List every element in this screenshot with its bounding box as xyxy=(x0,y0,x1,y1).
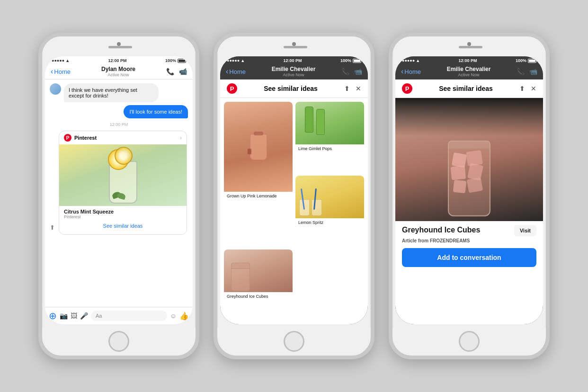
contact-name-2: Emilie Chevalier xyxy=(246,66,341,72)
back-label-1: Home xyxy=(54,68,71,75)
pin-label-3: Lemon Spritz xyxy=(295,218,364,227)
pin-item-1[interactable]: Grown Up Pink Lemonade xyxy=(224,102,293,247)
nav-bar-3: ‹ Home Emilie Chevalier Active Now 📞 📹 xyxy=(395,64,543,80)
phone-call-icon[interactable]: 📞 xyxy=(166,68,174,75)
pin-item-3[interactable]: Lemon Spritz xyxy=(295,176,364,247)
card-share-icon[interactable]: ⬆ xyxy=(50,224,55,231)
time-display-2: 12:00 PM xyxy=(284,58,302,63)
video-call-icon-2[interactable]: 📹 xyxy=(354,68,362,75)
emoji-icon[interactable]: ☺ xyxy=(170,312,177,320)
status-bar-1: ●●●●● ▲ 12:00 PM 100% xyxy=(45,56,193,64)
nav-bar-1: ‹ Home Dylan Moore Active Now 📞 📹 xyxy=(45,64,193,80)
nav-center-2: Emilie Chevalier Active Now xyxy=(246,66,341,77)
sent-msg-wrapper: I'll look for some ideas! xyxy=(50,105,188,118)
pins-grid-2: Grown Up Pink Lemonade Lime Gimlet Pops xyxy=(220,98,368,324)
signal-dot: ●●●●● xyxy=(52,58,64,63)
signal-dots-3: ●●●●● xyxy=(402,58,415,63)
chat-area-1: I think we have everything set except fo… xyxy=(45,80,193,307)
card-header-1: P Pinterest xyxy=(59,131,187,144)
plus-icon[interactable]: ⊕ xyxy=(49,310,57,321)
nav-bar-2: ‹ Home Emilie Chevalier Active Now 📞 📹 xyxy=(220,64,368,80)
back-button-2[interactable]: ‹ Home xyxy=(226,67,246,76)
battery-percent: 100% xyxy=(165,58,176,63)
speaker-bar-2 xyxy=(284,46,307,48)
pin-label-4: Greyhound Ice Cubes xyxy=(224,292,293,301)
camera-dot-3 xyxy=(467,42,471,46)
time-display: 12:00 PM xyxy=(108,58,127,63)
add-to-conversation-button[interactable]: Add to conversation xyxy=(402,248,536,267)
pin-item-4[interactable]: Greyhound Ice Cubes xyxy=(224,249,293,321)
pinterest-card-1[interactable]: P Pinterest xyxy=(59,131,187,235)
share-icon-2[interactable]: ⬆ xyxy=(344,85,350,92)
camera-dot-2 xyxy=(292,42,296,46)
see-similar-button[interactable]: See similar ideas xyxy=(64,221,182,231)
battery-icon-2 xyxy=(353,59,361,63)
card-footer-1: Citrus Mint Squeeze Pinterest See simila… xyxy=(59,206,187,234)
panel-title-3: See similar ideas xyxy=(416,85,516,92)
source-prefix-3: Article from xyxy=(402,238,428,243)
received-msg: I think we have everything set except fo… xyxy=(50,83,188,102)
received-bubble: I think we have everything set except fo… xyxy=(64,83,159,102)
home-button-2[interactable] xyxy=(284,331,304,352)
back-button-3[interactable]: ‹ Home xyxy=(401,67,421,76)
phone-2: ●●●●● ▲ 12:00 PM 100% ‹ Home Emilie Chev… xyxy=(214,33,374,359)
pinterest-logo-1: P xyxy=(64,134,71,142)
pinterest-card-wrapper: ⬆ P Pinterest xyxy=(50,131,188,235)
home-button-1[interactable] xyxy=(108,331,129,352)
pin-label-2: Lime Gimlet Pops xyxy=(295,144,364,153)
card-item-source-1: Pinterest xyxy=(64,214,182,219)
nav-center-3: Emilie Chevalier Active Now xyxy=(421,66,517,77)
message-input-1[interactable]: Aa xyxy=(91,311,167,321)
panel-title-2: See similar ideas xyxy=(241,85,340,92)
share-icon-3[interactable]: ⬆ xyxy=(519,85,525,92)
nav-action-icons-1: 📞 📹 xyxy=(166,68,187,75)
back-label-2: Home xyxy=(229,68,246,75)
nav-action-icons-3: 📞 📹 xyxy=(517,68,537,75)
battery-percent-2: 100% xyxy=(340,58,351,63)
battery-area-2: 100% xyxy=(340,58,361,63)
pin-item-2[interactable]: Lime Gimlet Pops xyxy=(295,102,364,173)
pin-label-1: Grown Up Pink Lemonade xyxy=(224,192,293,201)
panel-header-2: P See similar ideas ⬆ ✕ xyxy=(220,80,368,98)
battery-percent-3: 100% xyxy=(516,58,526,63)
sent-bubble: I'll look for some ideas! xyxy=(124,105,188,118)
pinterest-panel-2: P See similar ideas ⬆ ✕ xyxy=(220,80,368,324)
battery-area-3: 100% xyxy=(516,58,536,63)
chat-timestamp: 12:00 PM xyxy=(50,122,188,127)
wifi-icon-3: ▲ xyxy=(416,58,420,63)
contact-name-3: Emilie Chevalier xyxy=(421,66,517,72)
wifi-icon-2: ▲ xyxy=(241,58,245,63)
video-call-icon[interactable]: 📹 xyxy=(179,68,187,75)
video-call-icon-3[interactable]: 📹 xyxy=(529,68,537,75)
image-icon[interactable]: 🖼 xyxy=(71,312,77,320)
signal-icons: ●●●●● ▲ xyxy=(52,58,70,63)
close-icon-2[interactable]: ✕ xyxy=(356,85,361,92)
home-button-3[interactable] xyxy=(459,331,480,352)
signal-icons-3: ●●●●● ▲ xyxy=(402,58,420,63)
close-icon-3[interactable]: ✕ xyxy=(531,85,536,92)
time-display-3: 12:00 PM xyxy=(459,58,477,63)
detail-title-3: Greyhound Ice Cubes xyxy=(402,226,510,234)
detail-image-3 xyxy=(395,98,543,221)
back-button-1[interactable]: ‹ Home xyxy=(51,67,71,76)
card-source-1: Pinterest xyxy=(74,135,177,141)
source-name-3: FROZENDREAMS xyxy=(430,238,470,243)
thumbsup-icon[interactable]: 👍 xyxy=(179,312,189,321)
phone-call-icon-2[interactable]: 📞 xyxy=(341,68,349,75)
phone-call-icon-3[interactable]: 📞 xyxy=(517,68,525,75)
card-chevron-1 xyxy=(180,134,182,141)
camera-icon[interactable]: 📷 xyxy=(60,312,68,320)
visit-button-3[interactable]: Visit xyxy=(514,225,536,236)
signal-dots-2: ●●●●● xyxy=(227,58,240,63)
battery-icon xyxy=(178,59,186,63)
back-chevron-icon: ‹ xyxy=(51,67,53,76)
contact-name-1: Dylan Moore xyxy=(71,66,166,72)
battery-area: 100% xyxy=(165,58,186,63)
back-label-3: Home xyxy=(404,68,421,75)
back-chevron-icon-3: ‹ xyxy=(401,67,403,76)
contact-status-2: Active Now xyxy=(246,72,341,77)
mic-icon[interactable]: 🎤 xyxy=(80,312,88,320)
panel-icons-3: ⬆ ✕ xyxy=(519,85,536,92)
wifi-icon: ▲ xyxy=(65,58,70,63)
back-chevron-icon-2: ‹ xyxy=(226,67,228,76)
